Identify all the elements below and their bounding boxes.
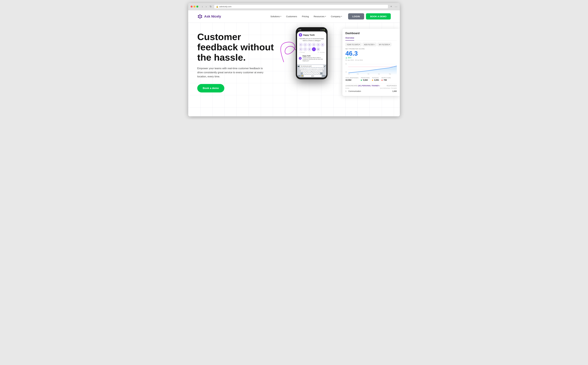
- key-return[interactable]: return: [322, 75, 326, 77]
- key-v[interactable]: v: [310, 72, 312, 75]
- key-k[interactable]: k: [318, 70, 320, 72]
- new-tab-button[interactable]: +: [390, 5, 392, 8]
- login-button[interactable]: LOGIN: [348, 13, 364, 20]
- stat-promoters: PROMOTERS 5,682: [361, 77, 369, 81]
- lock-icon: 🔒: [216, 6, 219, 8]
- key-m[interactable]: m: [318, 72, 320, 75]
- nps-btn-5[interactable]: 5: [321, 43, 325, 47]
- key-space[interactable]: space: [304, 75, 321, 77]
- key-l[interactable]: l: [320, 70, 322, 72]
- keyboard-text-input[interactable]: My cleaning was great!: [300, 65, 324, 67]
- key-z[interactable]: z: [303, 72, 305, 75]
- survey-question: How likely are you to recommend Happy Te…: [299, 38, 325, 42]
- nps-btn-3[interactable]: 3: [312, 43, 316, 47]
- stat-detractors: DETRACTORS 789: [382, 77, 391, 81]
- survey-divider: [299, 54, 325, 54]
- browser-nav: ‹ › ↻: [201, 5, 213, 8]
- nps-btn-6[interactable]: 6: [299, 47, 303, 51]
- key-g[interactable]: g: [311, 70, 313, 72]
- nav-customers[interactable]: Customers: [286, 15, 297, 18]
- key-a[interactable]: a: [301, 70, 303, 72]
- key-p[interactable]: p: [321, 68, 324, 70]
- passives-label: PASSIVES: [372, 77, 379, 78]
- passives-dot: [372, 80, 373, 81]
- refresh-button[interactable]: ↻: [209, 5, 213, 8]
- phone-outer: 9:41 ▲ ⊕ 🔋 🦷 Happy Teeth How likely are …: [296, 27, 327, 79]
- browser-titlebar: ‹ › ↻ 🔒 asknicely.com + ⋯: [188, 3, 400, 10]
- key-c[interactable]: c: [308, 72, 310, 75]
- key-r[interactable]: r: [307, 68, 309, 70]
- maximize-dot[interactable]: [196, 6, 198, 7]
- nps-score: 46.3: [345, 50, 397, 57]
- logo-area: Ask Nicely: [197, 14, 221, 19]
- nps-date-range: 01 Jan 2024 - 29 Jul 2024: [345, 59, 397, 61]
- tab-overview[interactable]: Overview: [345, 37, 354, 41]
- key-delete[interactable]: ⌫: [320, 72, 323, 75]
- address-bar[interactable]: 🔒 asknicely.com: [214, 5, 388, 9]
- nav-solutions[interactable]: Solutions ▾: [270, 15, 281, 18]
- key-f[interactable]: f: [308, 70, 310, 72]
- my-filters-button[interactable]: MY FILTERS ▾: [378, 43, 391, 46]
- minimize-dot[interactable]: [193, 6, 195, 7]
- url-text: asknicely.com: [219, 6, 232, 8]
- svg-point-3: [201, 17, 202, 18]
- promoters-dot: [361, 80, 362, 81]
- key-e[interactable]: e: [305, 68, 307, 70]
- browser-menu-button[interactable]: ⋯: [395, 5, 397, 8]
- promoters-label: PROMOTERS: [361, 77, 369, 78]
- back-button[interactable]: ‹: [201, 5, 204, 8]
- nps-btn-7[interactable]: 7: [303, 47, 307, 51]
- nps-btn-1[interactable]: 1: [303, 43, 307, 47]
- key-t[interactable]: t: [309, 68, 312, 70]
- chevron-down-icon-leaderboard: ▾: [379, 85, 380, 87]
- key-x[interactable]: x: [305, 72, 308, 75]
- nps-labels: 0 - Not likely 10 - Very likely: [299, 52, 325, 53]
- survey-response-area: 🦷 Happy Teeth Thanks! Would you like to …: [299, 55, 325, 62]
- nps-btn-10[interactable]: 10: [316, 47, 320, 51]
- phone-status-icons: ▲ ⊕ 🔋: [320, 29, 325, 30]
- svg-point-5: [198, 17, 199, 18]
- trainer-col-header: [SC] PERSONAL TRAINER: [380, 87, 397, 89]
- key-b[interactable]: b: [313, 72, 315, 75]
- nps-btn-4[interactable]: 4: [316, 43, 320, 47]
- stat-passives: PASSIVES 4,091: [372, 77, 379, 81]
- hero-visuals: 9:41 ▲ ⊕ 🔋 🦷 Happy Teeth How likely are …: [269, 26, 400, 116]
- chevron-down-icon: ▾: [280, 15, 281, 17]
- nav-resources[interactable]: Resources ▾: [314, 15, 326, 18]
- svg-text:Feb: Feb: [357, 73, 359, 75]
- key-o[interactable]: o: [319, 68, 321, 70]
- nps-btn-9[interactable]: 9: [312, 47, 316, 51]
- book-demo-hero-button[interactable]: Book a demo: [197, 84, 224, 92]
- key-q[interactable]: q: [300, 68, 302, 70]
- key-h[interactable]: h: [313, 70, 315, 72]
- logo-text: Ask Nicely: [204, 14, 221, 18]
- close-dot[interactable]: [191, 6, 192, 7]
- key-123[interactable]: 123: [298, 75, 301, 77]
- book-demo-nav-button[interactable]: BOOK A DEMO: [366, 13, 391, 20]
- key-u[interactable]: u: [314, 68, 316, 70]
- nps-btn-0[interactable]: 0: [299, 43, 303, 47]
- key-s[interactable]: s: [303, 70, 305, 72]
- svg-point-0: [199, 15, 201, 17]
- key-emoji[interactable]: 😊: [301, 75, 304, 77]
- key-n[interactable]: n: [315, 72, 317, 75]
- key-shift[interactable]: ⇧: [301, 72, 303, 75]
- add-filter-button[interactable]: ADD FILTER +: [363, 43, 376, 46]
- key-i[interactable]: i: [317, 68, 319, 70]
- survey-response-brand: Happy Teeth: [303, 55, 325, 57]
- rank-col-header: RANK ↑: [345, 87, 350, 89]
- key-w[interactable]: w: [302, 68, 304, 70]
- nav-pricing[interactable]: Pricing: [302, 15, 309, 18]
- leaderboard-col-headers: RANK ↑ [SC] PERSONAL TRAINER: [345, 87, 397, 89]
- phone-survey: 🦷 Happy Teeth How likely are you to reco…: [297, 31, 326, 64]
- key-d[interactable]: d: [306, 70, 308, 72]
- leaderboard-rank: 1: [345, 90, 348, 92]
- forward-button[interactable]: ›: [205, 5, 207, 8]
- key-j[interactable]: j: [315, 70, 318, 72]
- nps-btn-8[interactable]: 8: [308, 47, 312, 51]
- nav-links: Solutions ▾ Customers Pricing Re: [270, 15, 342, 18]
- key-y[interactable]: y: [312, 68, 314, 70]
- year-to-date-filter[interactable]: YEAR TO DATE ▾: [345, 43, 361, 46]
- nav-company[interactable]: Company ▾: [331, 15, 342, 18]
- nps-btn-2[interactable]: 2: [308, 43, 312, 47]
